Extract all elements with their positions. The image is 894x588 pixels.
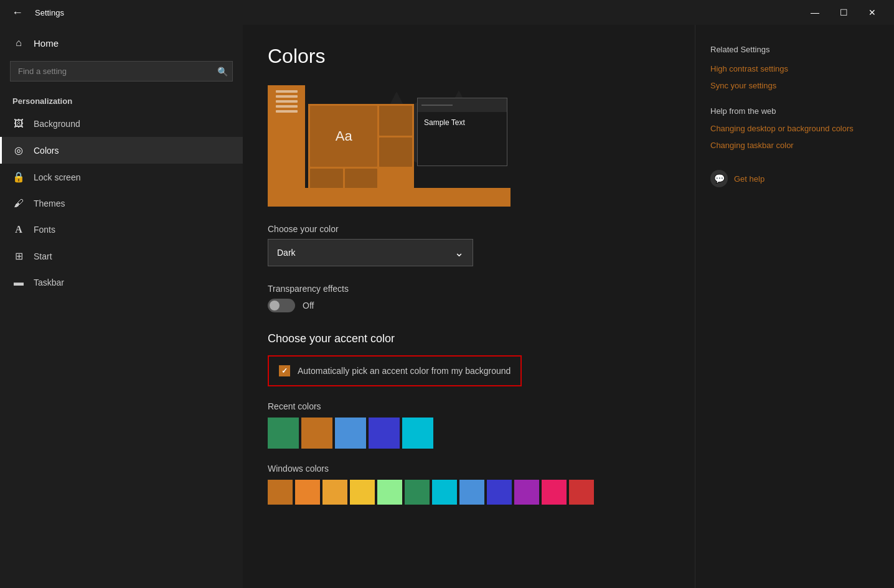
sidebar-item-label: Start (34, 251, 52, 261)
app-title: Settings (35, 8, 64, 17)
sidebar-item-colors[interactable]: ◎ Colors (0, 137, 243, 164)
sidebar-item-lock-screen[interactable]: 🔒 Lock screen (0, 164, 243, 190)
sidebar: ⌂ Home 🔍 Personalization 🖼 Background ◎ … (0, 25, 243, 588)
sidebar-item-themes[interactable]: 🖌 Themes (0, 190, 243, 217)
transparency-state: Off (303, 301, 314, 310)
maximize-icon: ☐ (840, 7, 848, 17)
windows-color-swatch[interactable] (569, 480, 594, 505)
page-title: Colors (268, 45, 670, 68)
help-from-web-label: Help from the web (710, 105, 879, 116)
toggle-knob (270, 301, 280, 310)
sidebar-item-taskbar[interactable]: ▬ Taskbar (0, 269, 243, 296)
close-button[interactable]: ✕ (858, 2, 887, 22)
preview-window: Sample Text (417, 98, 507, 166)
changing-taskbar-link[interactable]: Changing taskbar color (710, 141, 879, 150)
lock-icon: 🔒 (12, 171, 25, 183)
minimize-icon: — (811, 7, 819, 17)
search-box: 🔍 (10, 61, 233, 82)
main-content: Colors Aa (243, 25, 695, 588)
auto-accent-row[interactable]: ✓ Automatically pick an accent color fro… (268, 355, 522, 386)
fonts-icon: A (12, 224, 25, 235)
home-icon: ⌂ (12, 37, 25, 49)
background-icon: 🖼 (12, 118, 25, 129)
windows-color-swatches (268, 480, 670, 505)
sync-settings-link[interactable]: Sync your settings (710, 81, 879, 90)
sidebar-home[interactable]: ⌂ Home (0, 30, 243, 56)
start-icon: ⊞ (12, 250, 25, 262)
home-label: Home (34, 38, 59, 49)
preview-sidebar-line (276, 110, 298, 113)
preview-tile (379, 106, 412, 136)
colors-icon: ◎ (12, 144, 25, 156)
recent-color-swatch[interactable] (335, 418, 366, 449)
windows-color-swatch[interactable] (459, 480, 484, 505)
help-section: 💬 Get help (710, 170, 879, 187)
themes-icon: 🖌 (12, 198, 25, 209)
sidebar-item-background[interactable]: 🖼 Background (0, 111, 243, 137)
sidebar-item-fonts[interactable]: A Fonts (0, 217, 243, 243)
recent-colors-label: Recent colors (268, 401, 670, 411)
preview-sidebar-line (276, 105, 298, 108)
titlebar: ← Settings — ☐ ✕ (0, 0, 894, 25)
sidebar-item-label: Fonts (34, 225, 55, 235)
windows-color-swatch[interactable] (487, 480, 512, 505)
accent-section-title: Choose your accent color (268, 332, 670, 345)
preview-tiles: Aa (308, 104, 414, 200)
preview-tile-aa: Aa (310, 106, 377, 167)
recent-color-swatch[interactable] (369, 418, 400, 449)
windows-color-swatch[interactable] (542, 480, 567, 505)
auto-accent-label: Automatically pick an accent color from … (298, 366, 511, 376)
chevron-down-icon: ⌄ (454, 246, 464, 259)
minimize-button[interactable]: — (801, 2, 829, 22)
sidebar-item-label: Background (34, 119, 80, 129)
sidebar-item-label: Themes (34, 198, 65, 208)
back-icon: ← (12, 6, 23, 19)
windows-color-swatch[interactable] (322, 480, 347, 505)
close-icon: ✕ (868, 7, 876, 17)
windows-color-swatch[interactable] (268, 480, 293, 505)
search-input[interactable] (10, 61, 233, 82)
search-button[interactable]: 🔍 (217, 67, 228, 77)
windows-color-swatch[interactable] (350, 480, 375, 505)
transparency-section: Transparency effects Off (268, 284, 670, 312)
preview-sidebar-line (276, 100, 298, 103)
get-help-icon: 💬 (710, 170, 728, 187)
recent-color-swatch[interactable] (402, 418, 433, 449)
recent-color-swatch[interactable] (268, 418, 299, 449)
windows-color-swatch[interactable] (432, 480, 457, 505)
windows-color-swatch[interactable] (405, 480, 430, 505)
windows-color-swatch[interactable] (377, 480, 402, 505)
auto-accent-checkbox[interactable]: ✓ (279, 365, 290, 376)
high-contrast-link[interactable]: High contrast settings (710, 64, 879, 73)
color-mode-dropdown[interactable]: Dark ⌄ (268, 239, 473, 266)
changing-background-link[interactable]: Changing desktop or background colors (710, 124, 879, 133)
back-button[interactable]: ← (7, 2, 27, 22)
windows-colors-label: Windows colors (268, 464, 670, 474)
transparency-label: Transparency effects (268, 284, 670, 294)
get-help-link[interactable]: Get help (734, 174, 765, 184)
preview-sample-text: Sample Text (418, 112, 507, 133)
accent-color-section: Choose your accent color ✓ Automatically… (268, 332, 670, 386)
preview-window-line (421, 105, 453, 106)
sidebar-item-start[interactable]: ⊞ Start (0, 243, 243, 269)
preview-window-titlebar (418, 98, 507, 112)
taskbar-icon: ▬ (12, 277, 25, 288)
color-mode-section: Choose your color Dark ⌄ (268, 224, 670, 266)
window-controls: — ☐ ✕ (801, 2, 887, 22)
windows-color-swatch[interactable] (514, 480, 539, 505)
right-panel: Related Settings High contrast settings … (695, 25, 894, 588)
windows-color-swatch[interactable] (295, 480, 320, 505)
preview-taskbar (268, 188, 511, 207)
transparency-toggle[interactable] (268, 299, 295, 312)
sidebar-item-label: Colors (34, 146, 59, 156)
color-mode-value: Dark (277, 248, 296, 258)
checkmark-icon: ✓ (281, 366, 288, 375)
recent-color-swatch[interactable] (301, 418, 332, 449)
color-mode-label: Choose your color (268, 224, 670, 234)
sidebar-section-label: Personalization (0, 91, 243, 111)
maximize-button[interactable]: ☐ (829, 2, 858, 22)
transparency-toggle-row: Off (268, 299, 670, 312)
preview-tile (379, 138, 412, 167)
get-help-row: 💬 Get help (710, 170, 879, 187)
color-preview: Aa Sample Text (268, 85, 511, 207)
